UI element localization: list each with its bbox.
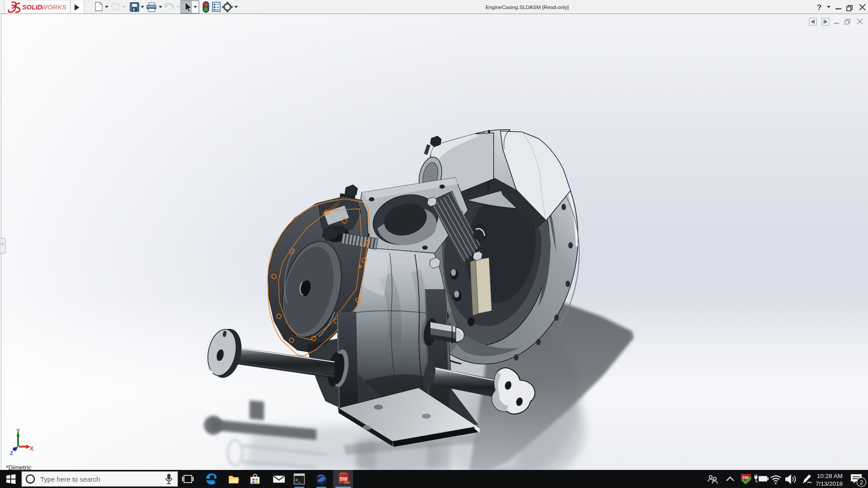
svg-text:WORKS: WORKS [41,4,66,11]
svg-text:SOLID: SOLID [22,4,42,11]
svg-text:10:28 AM: 10:28 AM [817,473,843,479]
svg-text:>_: >_ [295,478,301,483]
svg-text:2: 2 [860,479,863,486]
svg-text:Type here to search: Type here to search [40,475,100,483]
svg-text:Y: Y [16,428,20,434]
svg-text:?: ? [817,3,821,12]
svg-text:X: X [30,446,33,452]
svg-text:2017: 2017 [344,481,351,484]
svg-text:EngineCasing.SLDASM [Read-only: EngineCasing.SLDASM [Read-only] [486,5,569,10]
svg-text:7/13/2018: 7/13/2018 [816,480,843,487]
svg-text:Z: Z [10,450,13,456]
